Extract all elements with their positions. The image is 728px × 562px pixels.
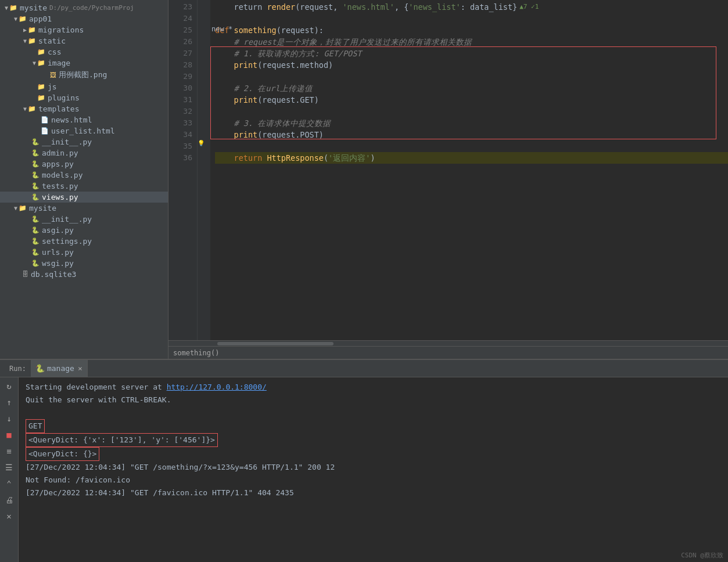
tree-apps-py[interactable]: 🐍 apps.py (0, 158, 168, 170)
scroll-up-button[interactable]: ↑ (3, 396, 16, 409)
editor-status-text: something() (173, 349, 219, 357)
tree-asgi-py[interactable]: 🐍 asgi.py (0, 225, 168, 236)
horizontal-scrollbar[interactable] (168, 340, 728, 346)
code-lines[interactable]: new * return render(request, 'news.html'… (210, 0, 728, 340)
mysite-arrow: ▼ (14, 205, 17, 211)
term-line-log2: [27/Dec/2022 12:04:34] "GET /favicon.ico… (26, 487, 721, 499)
image-label: image (48, 59, 70, 67)
mysite-init-arrow (23, 216, 30, 222)
code-line-26: # request是一个对象，封装了用户发送过来的所有请求相关数据 (215, 36, 728, 48)
gutter: 💡 (198, 0, 210, 340)
watermark-text: CSDN @蔡欣致 (681, 552, 723, 559)
code-line-24 (215, 13, 728, 24)
tree-screenshot-png[interactable]: 🖼 用例截图.png (0, 69, 168, 81)
tree-app01[interactable]: ▼ 📁 app01 (0, 13, 168, 24)
mysite-init-icon: 🐍 (31, 215, 40, 223)
close-run-button[interactable]: ✕ (3, 510, 16, 523)
userlist-html-label: user_list.html (51, 127, 115, 135)
term-line-get: GET (26, 419, 721, 433)
urls-arrow (23, 249, 30, 255)
models-arrow (23, 172, 30, 178)
tree-views-py[interactable]: 🐍 views.py (0, 192, 168, 203)
code-container: 23 24 25 26 27 28 29 30 31 32 33 34 35 3… (168, 0, 728, 340)
file-tree: ▼ 📁 mysite D:/py_code/PycharmProj ▼ 📁 ap… (0, 0, 168, 359)
settings-arrow (23, 238, 30, 244)
term-line-2: Quit the server with CTRL-BREAK. (26, 394, 721, 406)
db-icon: 🗄 (22, 271, 28, 278)
image-icon: 📁 (37, 59, 45, 67)
term-line-qd1: <QueryDict: {'x': ['123'], 'y': ['456']}… (26, 433, 721, 447)
tree-tests-py[interactable]: 🐍 tests.py (0, 181, 168, 192)
models-py-icon: 🐍 (31, 171, 40, 179)
run-tab-manage[interactable]: 🐍 manage × (31, 360, 88, 377)
tree-db-sqlite3[interactable]: 🗄 db.sqlite3 (0, 269, 168, 280)
tree-urls-py[interactable]: 🐍 urls.py (0, 247, 168, 258)
tree-plugins[interactable]: 📁 plugins (0, 92, 168, 103)
layout-button[interactable]: ☰ (3, 461, 16, 474)
term-line-blank (26, 406, 721, 419)
tree-image[interactable]: ▼ 📁 image (0, 57, 168, 69)
tree-models-py[interactable]: 🐍 models.py (0, 170, 168, 181)
server-link[interactable]: http://127.0.0.1:8000/ (167, 383, 267, 391)
tree-root[interactable]: ▼ 📁 mysite D:/py_code/PycharmProj (0, 2, 168, 13)
mysite-init-label: __init__.py (42, 215, 92, 224)
code-line-28: print(request.method) (215, 59, 728, 71)
admin-py-icon: 🐍 (31, 149, 40, 157)
print-button[interactable]: 🖨 (3, 493, 16, 506)
scrollbar-thumb[interactable] (217, 342, 333, 345)
code-line-34: print(request.POST) (215, 129, 728, 140)
templates-label: templates (38, 105, 79, 113)
pin-button[interactable]: ⌃ (3, 477, 16, 490)
wsgi-arrow (23, 260, 30, 266)
tree-mysite-init[interactable]: 🐍 __init__.py (0, 214, 168, 225)
admin-arrow (23, 150, 30, 156)
tree-migrations[interactable]: ▶ 📁 migrations (0, 24, 168, 35)
run-tab-icon: 🐍 (35, 364, 45, 373)
static-arrow: ▼ (23, 38, 27, 44)
tree-js[interactable]: 📁 js (0, 81, 168, 92)
filter-button[interactable]: ≡ (3, 445, 16, 457)
tree-css[interactable]: 📁 css (0, 46, 168, 57)
tree-wsgi-py[interactable]: 🐍 wsgi.py (0, 258, 168, 269)
run-tabs: Run: 🐍 manage × (0, 360, 728, 377)
models-py-label: models.py (42, 171, 83, 179)
tests-arrow (23, 183, 30, 189)
tree-settings-py[interactable]: 🐍 settings.py (0, 236, 168, 247)
urls-py-label: urls.py (42, 248, 74, 257)
watermark: CSDN @蔡欣致 (681, 551, 723, 560)
code-line-35 (215, 140, 728, 152)
run-label: Run: (5, 365, 31, 373)
restart-button[interactable]: ↻ (3, 380, 16, 392)
tree-static[interactable]: ▼ 📁 static (0, 35, 168, 46)
stop-button[interactable]: ■ (3, 428, 16, 441)
userlist-html-arrow (33, 128, 40, 134)
editor-status-bar: something() (168, 346, 728, 359)
term-line-notfound: Not Found: /favicon.ico (26, 474, 721, 487)
term-line-qd2: <QueryDict: {}> (26, 447, 721, 461)
app01-init-icon: 🐍 (31, 138, 40, 146)
userlist-html-icon: 📄 (41, 127, 49, 135)
db-label: db.sqlite3 (31, 270, 76, 279)
plugins-arrow (33, 95, 36, 101)
css-arrow (33, 49, 36, 55)
urls-py-icon: 🐍 (31, 248, 40, 256)
asgi-py-icon: 🐍 (31, 226, 40, 234)
tree-templates[interactable]: ▼ 📁 templates (0, 103, 168, 114)
tree-mysite[interactable]: ▼ 📁 mysite (0, 203, 168, 214)
views-py-icon: 🐍 (31, 193, 40, 201)
image-arrow: ▼ (33, 60, 36, 66)
png-label: 用例截图.png (59, 70, 107, 80)
asgi-py-label: asgi.py (42, 226, 74, 235)
tree-app01-init[interactable]: 🐍 __init__.py (0, 136, 168, 147)
db-arrow (14, 271, 21, 278)
tree-news-html[interactable]: 📄 news.html (0, 114, 168, 125)
root-arrow: ▼ (5, 5, 8, 11)
scroll-down-button[interactable]: ↓ (3, 412, 16, 425)
app01-init-label: __init__.py (42, 138, 92, 146)
tree-admin-py[interactable]: 🐍 admin.py (0, 147, 168, 158)
js-icon: 📁 (37, 83, 45, 91)
tree-userlist-html[interactable]: 📄 user_list.html (0, 125, 168, 136)
news-html-icon: 📄 (41, 116, 49, 124)
views-arrow (23, 194, 30, 200)
run-tab-close[interactable]: × (78, 364, 83, 373)
